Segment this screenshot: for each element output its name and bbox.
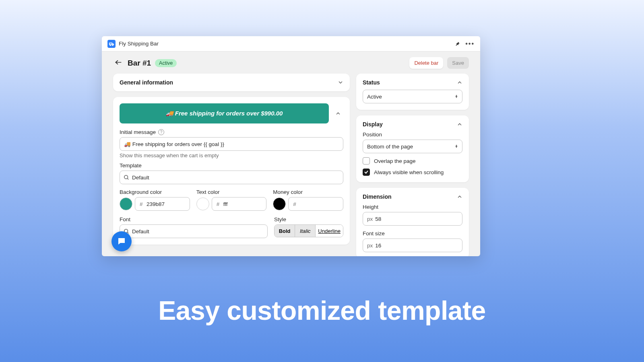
chevron-up-icon [457,194,462,200]
select-caret-icon: ▲▼ [455,145,458,148]
hash-prefix: # [140,201,143,207]
back-button[interactable] [113,57,124,69]
dimension-card-header[interactable]: Dimension [356,188,469,204]
chevron-up-icon[interactable] [333,111,343,116]
font-input[interactable] [120,224,268,238]
titlebar: Fly Shipping Bar ••• [102,36,480,51]
hash-prefix: # [217,201,220,207]
position-label: Position [363,132,462,138]
pin-icon[interactable] [455,41,460,47]
initial-message-input[interactable] [120,137,343,151]
dimension-card: Dimension Height px 58 Font size px 16 [356,188,469,256]
chevron-up-icon [457,121,462,127]
display-title: Display [363,121,383,128]
chat-fab[interactable] [111,231,132,251]
money-color-label: Money color [273,189,343,195]
always-visible-checkbox[interactable] [363,169,370,176]
display-card: Display Position Bottom of the page ▲▼ [356,115,469,182]
style-bold-button[interactable]: Bold [275,225,295,237]
app-logo-icon [107,40,116,48]
overlap-label: Overlap the page [374,158,416,164]
style-underline-button[interactable]: Underline [316,225,343,237]
background-color-label: Background color [120,189,190,195]
position-select-value: Bottom of the page [367,144,413,150]
status-select[interactable]: Active ▲▼ [363,90,462,103]
select-caret-icon: ▲▼ [455,95,458,98]
save-button: Save [447,57,469,69]
position-select[interactable]: Bottom of the page ▲▼ [363,140,462,153]
message-card: 🚚 Free shipping for orders over $990.00 … [113,97,350,245]
template-input[interactable] [120,171,343,184]
style-italic-button[interactable]: Italic [295,225,316,237]
hash-prefix: # [293,201,296,207]
always-visible-label: Always visible when scrolling [374,169,444,175]
height-input[interactable]: px 58 [363,212,462,226]
preview-banner: 🚚 Free shipping for orders over $990.00 [120,103,329,123]
general-information-toggle[interactable]: General information [113,74,350,91]
height-unit: px [367,216,373,222]
display-card-header[interactable]: Display [356,115,469,132]
text-color-swatch[interactable] [196,197,209,210]
dimension-title: Dimension [363,193,392,200]
style-label: Style [274,216,343,222]
height-value: 58 [375,216,381,222]
money-color-input[interactable] [288,197,343,211]
fontsize-label: Font size [363,230,462,237]
background-color-swatch[interactable] [120,197,132,210]
search-icon [124,175,129,180]
status-card: Status Active ▲▼ [356,74,469,110]
app-name: Fly Shipping Bar [119,41,159,47]
general-information-card: General information [113,74,350,91]
fontsize-unit: px [367,243,373,249]
template-label: Template [120,162,343,169]
style-segmented-control: Bold Italic Underline [274,224,343,237]
fontsize-value: 16 [375,243,381,249]
page-header: Bar #1 Active Delete bar Save [102,51,480,74]
general-information-title: General information [120,79,173,86]
status-title: Status [363,79,380,86]
text-color-input[interactable] [212,197,267,211]
money-color-swatch[interactable] [273,197,286,210]
initial-message-label: Initial message ? [120,129,343,135]
chevron-down-icon [338,80,343,85]
status-card-header[interactable]: Status [356,74,469,90]
overlap-checkbox-row[interactable]: Overlap the page [363,157,462,165]
marketing-headline: Easy customized template [0,295,644,326]
delete-bar-button[interactable]: Delete bar [409,57,443,69]
chevron-up-icon [457,80,462,85]
status-select-value: Active [367,94,382,100]
status-badge: Active [155,59,177,67]
overlap-checkbox[interactable] [363,157,370,165]
help-icon[interactable]: ? [158,129,164,135]
initial-message-helper: Show this message when the cart is empty [120,152,343,158]
always-visible-checkbox-row[interactable]: Always visible when scrolling [363,169,462,176]
font-label: Font [120,216,268,222]
svg-point-0 [124,175,128,179]
height-label: Height [363,204,462,210]
background-color-input[interactable] [135,197,190,211]
fontsize-input[interactable]: px 16 [363,239,462,252]
page-title: Bar #1 [128,59,151,68]
app-window: Fly Shipping Bar ••• Bar #1 Active Delet… [102,36,480,256]
text-color-label: Text color [196,189,267,195]
more-icon[interactable]: ••• [465,40,475,47]
